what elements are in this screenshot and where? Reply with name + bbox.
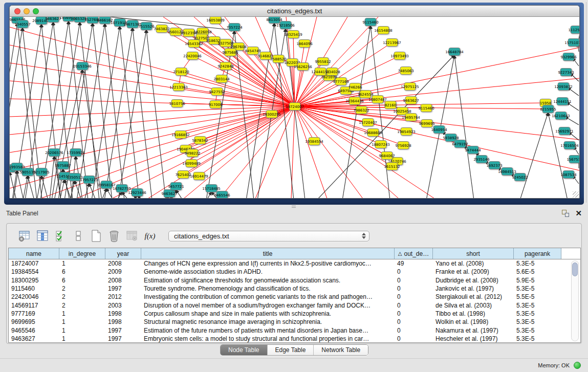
graph-node[interactable]: 1692373 xyxy=(486,162,502,169)
column-header-pagerank[interactable]: pagerank xyxy=(514,248,561,259)
graph-node[interactable]: 6479197 xyxy=(452,140,468,148)
table-cell[interactable]: 14569117 xyxy=(9,302,59,309)
table-cell[interactable]: 5.3E-5 xyxy=(514,260,561,267)
table-cell[interactable]: 0 xyxy=(395,318,433,325)
table-cell[interactable]: 1 xyxy=(59,260,105,267)
graph-node[interactable]: 14099489 xyxy=(182,160,201,167)
network-window[interactable]: citations_edges.txt 18724007746382295601… xyxy=(9,5,580,199)
table-cell[interactable]: 1997 xyxy=(105,327,141,334)
graph-node[interactable]: 9498222 xyxy=(184,149,200,157)
table-cell[interactable]: Dudbridge et al. (2008) xyxy=(433,277,514,284)
table-cell[interactable]: 1998 xyxy=(105,310,141,317)
new-column-icon[interactable] xyxy=(90,229,103,243)
zoom-window-icon[interactable] xyxy=(33,8,39,14)
graph-node[interactable]: 9756928 xyxy=(395,142,411,149)
graph-node[interactable]: 9463627 xyxy=(161,190,177,198)
table-cell[interactable]: 6 xyxy=(59,277,105,284)
table-cell[interactable]: 5.3E-5 xyxy=(514,335,561,342)
graph-node[interactable]: 9463627 xyxy=(45,17,61,23)
graph-node[interactable]: 10973493 xyxy=(390,52,409,60)
graph-node[interactable]: 5878342 xyxy=(192,137,208,144)
graph-node[interactable]: 7485063 xyxy=(398,67,413,75)
tab-network-table[interactable]: Network Table xyxy=(314,345,368,355)
table-cell[interactable]: 5.6E-5 xyxy=(514,268,561,275)
table-cell[interactable]: 2 xyxy=(59,285,105,292)
graph-node[interactable]: 1615132 xyxy=(384,163,400,170)
table-cell[interactable]: Genome-wide association studies in ADHD. xyxy=(141,268,395,275)
graph-node[interactable]: 9955812 xyxy=(315,58,331,65)
table-cell[interactable]: Tibbo et al. (1998) xyxy=(433,310,514,317)
graph-node[interactable]: 9245022 xyxy=(512,173,528,181)
graph-node[interactable]: 1087534 xyxy=(560,171,577,179)
table-cell[interactable]: 0 xyxy=(395,268,433,275)
table-cell[interactable]: 1 xyxy=(59,327,105,334)
table-cell[interactable]: Hescheler et al. (1997) xyxy=(433,335,514,342)
graph-node[interactable]: 9975887 xyxy=(55,162,71,169)
graph-node[interactable]: 3624554 xyxy=(357,91,374,98)
table-cell[interactable]: 9699695 xyxy=(9,318,59,325)
table-cell[interactable]: 1997 xyxy=(105,335,141,342)
table-cell[interactable]: 9777169 xyxy=(9,310,59,317)
table-cell[interactable]: 2003 xyxy=(105,302,141,309)
table-cell[interactable]: 2 xyxy=(59,293,105,300)
graph-node[interactable]: 9242848 xyxy=(217,62,233,70)
column-header-name[interactable]: name xyxy=(9,248,59,259)
table-cell[interactable]: 0 xyxy=(395,293,433,300)
table-cell[interactable]: 49 xyxy=(395,260,433,267)
table-cell[interactable]: 2012 xyxy=(105,293,141,300)
table-cell[interactable]: 6 xyxy=(59,268,105,275)
column-header-year[interactable]: year xyxy=(105,248,141,259)
graph-node[interactable]: 1810756 xyxy=(169,100,185,107)
graph-node[interactable]: 1340557 xyxy=(14,20,30,28)
column-header-short[interactable]: short xyxy=(433,248,514,259)
table-row[interactable]: 1938455462009Genome-wide association stu… xyxy=(9,268,580,276)
table-cell[interactable]: Franke et al. (2009) xyxy=(433,268,514,275)
table-cell[interactable]: 2009 xyxy=(105,268,141,275)
table-row[interactable]: 1872400712008Changes of HCN gene express… xyxy=(9,259,580,268)
table-row[interactable]: 2242004622012Investigating the contribut… xyxy=(9,293,580,301)
table-cell[interactable]: 9465546 xyxy=(9,327,59,334)
table-cell[interactable]: 0 xyxy=(395,310,433,317)
graph-node[interactable]: 2803144 xyxy=(213,75,230,83)
close-window-icon[interactable] xyxy=(14,8,20,14)
graph-node[interactable]: 9329966 xyxy=(560,53,577,61)
table-cell[interactable]: 5.3E-5 xyxy=(514,310,561,317)
graph-node[interactable]: 16914479 xyxy=(190,172,208,180)
graph-node[interactable]: 2935146 xyxy=(473,156,490,163)
table-row[interactable]: 911546021997Tourette syndrome. Phenomeno… xyxy=(9,285,580,293)
float-panel-icon[interactable] xyxy=(562,210,569,217)
graph-node[interactable]: 917006 xyxy=(209,101,223,108)
tab-node-table[interactable]: Node Table xyxy=(221,345,268,355)
graph-node[interactable]: 1864096 xyxy=(296,40,313,48)
select-all-icon[interactable] xyxy=(54,229,67,243)
table-cell[interactable]: Jankovic et al. (1997) xyxy=(433,285,514,292)
table-cell[interactable]: 1 xyxy=(59,310,105,317)
graph-node[interactable]: 16648784 xyxy=(445,48,464,56)
citation-network-graph[interactable]: 1872400774638229560123891235418226058912… xyxy=(10,17,579,198)
table-row[interactable]: 969969511998Structural magnetic resonanc… xyxy=(9,318,580,326)
graph-node[interactable]: 18325419 xyxy=(284,31,302,38)
table-cell[interactable]: 5.3E-5 xyxy=(514,285,561,292)
graph-node[interactable]: 7357224 xyxy=(226,24,243,31)
graph-node[interactable]: 16053809 xyxy=(206,17,225,24)
graph-node[interactable]: 1567533 xyxy=(567,156,579,163)
scrollbar-thumb[interactable] xyxy=(572,262,578,276)
table-cell[interactable]: Estimation of the future numbers of pati… xyxy=(141,327,395,334)
graph-node[interactable]: 9875685 xyxy=(222,49,238,56)
table-cell[interactable]: 5.3E-5 xyxy=(514,327,561,334)
graph-node[interactable]: 16984513 xyxy=(498,168,516,176)
graph-node[interactable]: 8215955 xyxy=(540,105,556,113)
delete-table-icon[interactable] xyxy=(125,229,139,243)
graph-node[interactable]: 20153346 xyxy=(73,62,92,70)
minimize-window-icon[interactable] xyxy=(24,8,30,14)
graph-node[interactable]: 7986322 xyxy=(353,106,369,114)
table-cell[interactable]: 9115460 xyxy=(9,285,59,292)
close-panel-icon[interactable]: ✕ xyxy=(575,210,582,217)
table-cell[interactable]: Nakamura et al. (1997) xyxy=(433,327,514,334)
delete-column-icon[interactable] xyxy=(107,229,121,243)
graph-node[interactable]: 1640954 xyxy=(431,126,447,134)
graph-node[interactable]: 8454749 xyxy=(245,47,260,55)
show-columns-icon[interactable] xyxy=(36,229,49,243)
table-cell[interactable]: Yano et al. (2008) xyxy=(433,260,514,267)
table-cell[interactable]: 2008 xyxy=(105,277,141,284)
